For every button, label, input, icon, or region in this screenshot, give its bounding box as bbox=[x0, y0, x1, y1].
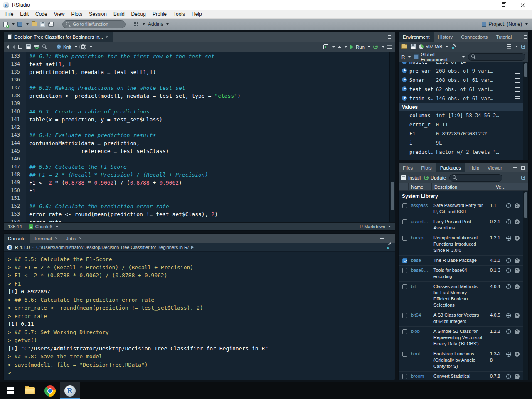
remove-package-icon[interactable] bbox=[515, 374, 520, 379]
run-previous-chunks-icon[interactable] bbox=[338, 46, 341, 48]
menu-plots[interactable]: Plots bbox=[68, 11, 86, 17]
remove-package-icon[interactable] bbox=[515, 268, 520, 273]
print-icon[interactable] bbox=[48, 23, 54, 27]
remove-package-icon[interactable] bbox=[515, 258, 520, 263]
menu-profile[interactable]: Profile bbox=[149, 11, 170, 17]
package-checkbox[interactable] bbox=[402, 268, 407, 273]
column-name[interactable]: Name bbox=[409, 183, 432, 190]
go-to-next-chunk-icon[interactable] bbox=[344, 46, 347, 48]
workspace-panes-icon[interactable] bbox=[134, 22, 138, 26]
remove-package-icon[interactable] bbox=[515, 203, 520, 208]
maximize-pane-icon[interactable] bbox=[521, 166, 525, 170]
new-project-icon[interactable] bbox=[17, 22, 22, 27]
source-tab[interactable]: Decision Tree Classifier for Beginners i… bbox=[4, 32, 113, 42]
forward-icon[interactable] bbox=[12, 45, 15, 49]
env-row[interactable]: model1List of 14 bbox=[399, 62, 523, 66]
memory-usage-widget[interactable]: 597 MiB bbox=[419, 44, 448, 49]
package-checkbox[interactable] bbox=[402, 374, 407, 379]
menu-help[interactable]: Help bbox=[188, 11, 205, 17]
object-expand-icon[interactable] bbox=[402, 96, 407, 101]
file-type-selector[interactable]: R Markdown bbox=[360, 224, 391, 229]
package-checkbox[interactable] bbox=[402, 352, 407, 357]
scope-selector[interactable]: Global Environment bbox=[414, 52, 464, 62]
maximize-pane-icon[interactable] bbox=[388, 35, 391, 39]
view-table-icon[interactable] bbox=[515, 78, 520, 83]
insert-chunk-caret-icon[interactable] bbox=[332, 46, 335, 48]
package-checkbox[interactable] bbox=[402, 329, 407, 334]
remove-package-icon[interactable] bbox=[515, 284, 520, 289]
project-selector[interactable]: Project: (None) bbox=[482, 21, 529, 27]
package-link[interactable]: bit64 bbox=[411, 312, 433, 318]
package-link[interactable]: assert… bbox=[411, 219, 433, 224]
packages-scrollbar[interactable] bbox=[523, 191, 528, 380]
package-checkbox[interactable] bbox=[402, 258, 407, 263]
restore-window-button[interactable] bbox=[494, 0, 513, 10]
environment-scrollbar[interactable] bbox=[523, 62, 528, 160]
environment-search-input[interactable] bbox=[468, 53, 525, 61]
run-button[interactable]: Run bbox=[350, 44, 370, 49]
view-table-icon[interactable] bbox=[515, 96, 520, 101]
tab-help[interactable]: Help bbox=[465, 163, 483, 172]
minimize-window-button[interactable] bbox=[475, 0, 494, 10]
chunk-indicator[interactable]: Chunk 6 bbox=[29, 224, 58, 229]
spellcheck-icon[interactable] bbox=[34, 44, 39, 49]
view-table-icon[interactable] bbox=[515, 87, 520, 92]
rerun-caret-icon[interactable] bbox=[382, 46, 384, 48]
packages-search-input[interactable] bbox=[449, 174, 502, 182]
new-project-caret-icon[interactable] bbox=[26, 23, 29, 25]
panes-caret-icon[interactable] bbox=[143, 23, 145, 25]
language-selector[interactable]: R bbox=[401, 54, 411, 59]
remove-package-icon[interactable] bbox=[515, 219, 520, 224]
maximize-pane-icon[interactable] bbox=[388, 237, 391, 240]
tab-environment[interactable]: Environment bbox=[399, 32, 434, 42]
environment-scrollbar-thumb[interactable] bbox=[524, 63, 527, 77]
goto-directory-icon[interactable] bbox=[191, 246, 195, 249]
refresh-environment-icon[interactable] bbox=[521, 44, 525, 49]
install-button[interactable]: Install bbox=[401, 175, 421, 180]
view-table-icon[interactable] bbox=[515, 69, 520, 74]
object-expand-icon[interactable] bbox=[402, 86, 407, 91]
close-tab-icon[interactable] bbox=[106, 35, 109, 39]
knit-button[interactable]: Knit bbox=[57, 44, 77, 49]
package-link[interactable]: base bbox=[411, 257, 433, 263]
package-link[interactable]: askpass bbox=[411, 202, 433, 208]
menu-file[interactable]: File bbox=[2, 11, 17, 17]
save-icon[interactable] bbox=[40, 22, 45, 27]
minimize-pane-icon[interactable] bbox=[513, 167, 517, 168]
package-website-icon[interactable] bbox=[506, 284, 511, 289]
save-workspace-icon[interactable] bbox=[411, 44, 416, 49]
refresh-packages-icon[interactable] bbox=[521, 175, 525, 180]
tab-files[interactable]: Files bbox=[399, 163, 417, 172]
menu-build[interactable]: Build bbox=[110, 11, 128, 17]
env-row[interactable]: predict…Factor w/ 2 levels "… bbox=[399, 148, 523, 157]
open-file-icon[interactable] bbox=[32, 22, 37, 26]
list-view-caret-icon[interactable] bbox=[515, 46, 518, 47]
tab-viewer[interactable]: Viewer bbox=[483, 163, 506, 172]
menu-view[interactable]: View bbox=[51, 11, 68, 17]
close-tab-icon[interactable] bbox=[54, 237, 58, 240]
package-website-icon[interactable] bbox=[506, 219, 511, 224]
tab-plots[interactable]: Plots bbox=[417, 163, 436, 172]
tab-packages[interactable]: Packages bbox=[436, 163, 466, 172]
package-website-icon[interactable] bbox=[506, 329, 511, 334]
new-file-icon[interactable] bbox=[3, 22, 8, 27]
env-row[interactable]: Sonar208 obs. of 61 var… bbox=[399, 76, 523, 85]
package-link[interactable]: base6… bbox=[411, 267, 433, 273]
minimize-pane-icon[interactable] bbox=[380, 37, 384, 37]
package-link[interactable]: broom bbox=[411, 373, 433, 379]
tab-jobs[interactable]: Jobs bbox=[62, 234, 86, 243]
menu-tools[interactable]: Tools bbox=[170, 11, 188, 17]
packages-scrollbar-thumb[interactable] bbox=[524, 192, 527, 218]
update-button[interactable]: Update bbox=[424, 175, 446, 180]
package-website-icon[interactable] bbox=[506, 203, 511, 208]
package-link[interactable]: blob bbox=[411, 328, 433, 334]
object-expand-icon[interactable] bbox=[402, 77, 407, 82]
insert-chunk-icon[interactable] bbox=[323, 44, 328, 49]
working-directory[interactable]: C:/Users/Administrator/Desktop/Decision … bbox=[36, 245, 189, 250]
taskbar-file-explorer-button[interactable] bbox=[20, 382, 40, 399]
column-version[interactable]: Ve… bbox=[493, 183, 528, 190]
package-checkbox[interactable] bbox=[402, 236, 407, 241]
env-row[interactable]: pre_var208 obs. of 9 vari… bbox=[399, 66, 523, 76]
package-link[interactable]: boot bbox=[411, 351, 433, 356]
package-link[interactable]: bit bbox=[411, 283, 433, 289]
